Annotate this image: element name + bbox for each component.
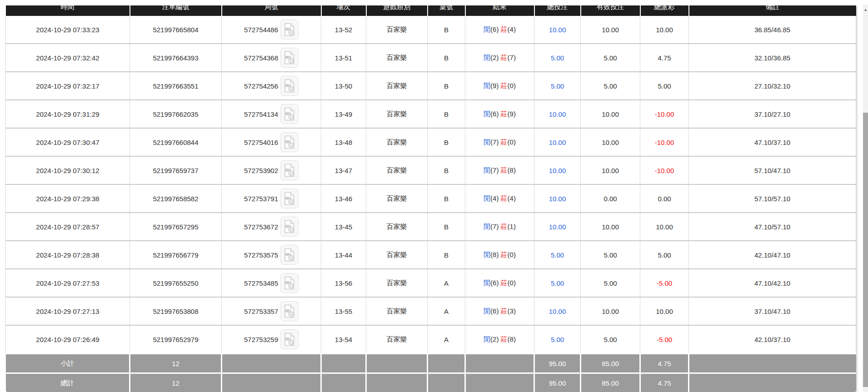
session-cell: 13-51 [321, 44, 366, 72]
total-bet-cell: 10.00 [534, 184, 581, 213]
remark-cell: 27.10/32.10 [689, 72, 856, 100]
time-cell: 2024-10-29 07:31:29 [6, 100, 130, 128]
round-number: 572754134 [244, 110, 278, 118]
scrollbar-up-arrow-icon[interactable]: ▲ [863, 8, 868, 12]
time-cell: 2024-10-29 07:28:38 [6, 241, 130, 269]
total-bet-link[interactable]: 5.00 [551, 251, 564, 259]
footer-table-no-cell [428, 373, 465, 392]
player-result-label: 閒 [484, 82, 490, 89]
result-cell: 閒(7) 莊(0) [465, 128, 534, 156]
bet-id-cell: 521997652979 [130, 325, 222, 354]
total-bet-cell: 10.00 [534, 213, 581, 241]
total-bet-link[interactable]: 5.00 [551, 279, 564, 287]
table-row: 2024-10-29 07:30:12521997659737572753902… [6, 156, 856, 184]
banker-result-value: (4) [508, 25, 516, 33]
round-video-button[interactable] [280, 273, 299, 293]
scrollbar-thumb[interactable] [863, 113, 868, 387]
session-cell: 13-45 [321, 213, 366, 241]
valid-bet-cell: 10.00 [581, 213, 640, 241]
round-cell: 572754016 [222, 128, 321, 156]
round-cell: 572754368 [222, 44, 321, 72]
footer-game-type-cell [366, 373, 428, 392]
total-bet-link[interactable]: 10.00 [549, 26, 566, 34]
time-cell: 2024-10-29 07:30:12 [6, 156, 130, 184]
result-cell: 閒(6) 莊(3) [465, 297, 534, 325]
total-bet-link[interactable]: 10.00 [549, 110, 566, 118]
remark-cell: 37.10/27.10 [689, 100, 856, 128]
time-cell: 2024-10-29 07:28:57 [6, 213, 130, 241]
table-row: 2024-10-29 07:32:17521997663551572754256… [6, 72, 856, 100]
video-file-icon [284, 304, 295, 318]
total-bet-link[interactable]: 5.00 [551, 336, 564, 343]
player-result-value: (8) [490, 251, 501, 258]
round-video-button[interactable] [280, 329, 299, 349]
footer-result-cell [465, 354, 534, 373]
bet-id-cell: 521997653808 [130, 297, 222, 325]
total-bet-cell: 10.00 [534, 128, 581, 156]
col-header-round: 局號 [222, 5, 321, 16]
round-video-button[interactable] [280, 132, 299, 152]
game-type-cell: 百家樂 [366, 297, 428, 325]
round-video-button[interactable] [280, 104, 299, 124]
table-header: 時間注單編號局號場次遊戲類別桌號結果總投注有效投注總派彩備註 [6, 5, 856, 16]
table-footer: 小計1295.0085.004.75總計1295.0085.004.75 [6, 354, 856, 392]
round-number: 572753575 [244, 251, 278, 259]
round-cell: 572753357 [222, 297, 321, 325]
total-bet-link[interactable]: 10.00 [549, 167, 566, 174]
round-content: 572754256 [244, 76, 299, 96]
col-header-label: 總派彩 [641, 5, 688, 13]
subtotal-row: 小計1295.0085.004.75 [6, 354, 856, 373]
table-no-cell: B [428, 128, 465, 156]
total-bet-link[interactable]: 5.00 [551, 54, 564, 62]
remark-cell: 47.10/57.10 [689, 213, 856, 241]
round-video-button[interactable] [280, 160, 299, 180]
game-type-cell: 百家樂 [366, 325, 428, 354]
round-video-button[interactable] [280, 189, 299, 208]
bet-id-cell: 521997664393 [130, 44, 222, 72]
bet-id-cell: 521997662035 [130, 100, 222, 128]
round-number: 572754368 [244, 54, 278, 62]
round-video-button[interactable] [280, 20, 299, 40]
footer-result-cell [465, 373, 534, 392]
game-type-cell: 百家樂 [366, 100, 428, 128]
col-header-label: 場次 [322, 5, 366, 13]
game-type-cell: 百家樂 [366, 128, 428, 156]
total-bet-link[interactable]: 10.00 [549, 308, 566, 315]
vertical-scrollbar[interactable]: ▲ [863, 5, 868, 392]
player-result-label: 閒 [484, 166, 490, 174]
payout-cell: -5.00 [640, 325, 689, 354]
total-bet-link[interactable]: 5.00 [551, 82, 564, 90]
session-cell: 13-55 [321, 297, 366, 325]
round-video-button[interactable] [280, 76, 299, 96]
total-bet-link[interactable]: 10.00 [549, 223, 566, 231]
col-header-label: 遊戲類別 [367, 5, 427, 13]
payout-cell: -10.00 [640, 100, 689, 128]
payout-cell: 10.00 [640, 213, 689, 241]
footer-game-type-cell [366, 354, 428, 373]
round-content: 572753357 [244, 301, 299, 321]
payout-cell: 0.00 [640, 184, 689, 213]
payout-cell: 5.00 [640, 241, 689, 269]
result-cell: 閒(9) 莊(0) [465, 72, 534, 100]
table-row: 2024-10-29 07:28:57521997657295572753672… [6, 213, 856, 241]
banker-result-label: 莊 [501, 251, 508, 258]
remark-cell: 47.10/42.10 [689, 269, 856, 297]
round-video-button[interactable] [280, 217, 299, 237]
time-cell: 2024-10-29 07:32:17 [6, 72, 130, 100]
total-bet-cell: 10.00 [534, 156, 581, 184]
round-video-button[interactable] [280, 301, 299, 321]
round-cell: 572753791 [222, 184, 321, 213]
total-bet-link[interactable]: 10.00 [549, 195, 566, 203]
round-video-button[interactable] [280, 245, 299, 265]
round-content: 572753902 [244, 160, 299, 180]
col-header-session: 場次 [321, 5, 366, 16]
footer-total-bet-cell: 95.00 [534, 354, 581, 373]
round-content: 572753791 [244, 189, 299, 208]
bet-id-cell: 521997659737 [130, 156, 222, 184]
round-video-button[interactable] [280, 48, 299, 68]
player-result-label: 閒 [484, 54, 490, 61]
total-bet-link[interactable]: 10.00 [549, 139, 566, 146]
col-header-result: 結果 [465, 5, 534, 16]
round-content: 572753575 [244, 245, 299, 265]
remark-cell: 42.10/37.10 [689, 325, 856, 354]
